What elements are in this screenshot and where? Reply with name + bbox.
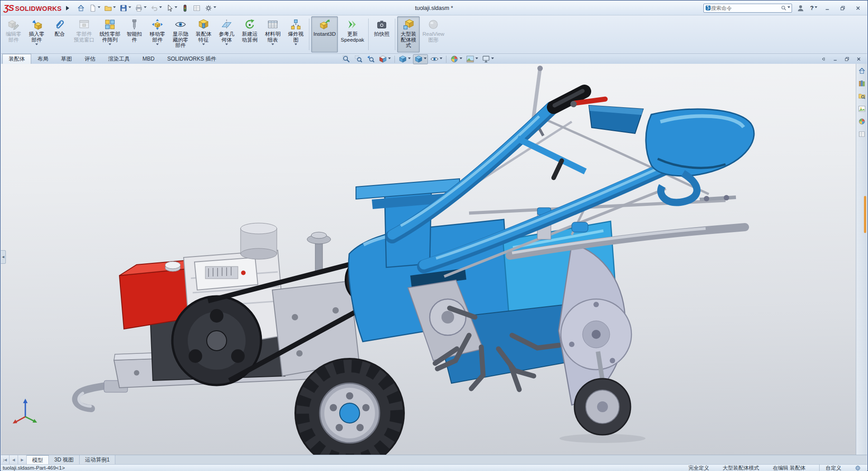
select-button[interactable] [164,2,179,14]
dropdown-arrow-icon [98,6,100,10]
solidworks-logo[interactable]: ƷS SOLIDWORKS [4,3,62,13]
ribbon-button-component-preview[interactable]: 零部件 预览窗口 [71,16,97,52]
ribbon-button-label: Instant3D [313,31,336,37]
ribbon-button-move-component[interactable]: 移动零 部件 [146,16,169,52]
ribbon-button-edit-component[interactable]: 编辑零 部件 [2,16,25,52]
ribbon-button-show-hidden-components[interactable]: 显示隐 藏的零 部件 [169,16,192,52]
save-button[interactable] [118,2,133,14]
edit-appearance-button[interactable] [449,54,464,64]
ribbon-button-assembly-features[interactable]: 装配体 特征 [192,16,215,52]
taskpane-file-explorer-button[interactable] [857,91,867,101]
ribbon-separator [368,19,369,50]
ribbon-button-insert-component[interactable]: 插入零 部件 [25,16,48,52]
ribbon-button-bill-of-materials[interactable]: 材料明 细表 [261,16,284,52]
doc-collapse-button[interactable] [818,55,828,63]
section-view-button[interactable] [377,54,392,64]
solidworks-window: ƷS SOLIDWORKS tuolaji.sldasm * ? [0,0,868,471]
apply-scene-button[interactable] [465,54,479,64]
ribbon-button-label: 配合 [55,31,65,37]
taskpane-appearances-button[interactable] [857,117,867,126]
minimize-button[interactable] [821,3,834,13]
status-globe-button[interactable] [855,465,861,471]
gear-icon [204,4,213,12]
options-button[interactable] [203,2,218,14]
ribbon-button-instant3d[interactable]: Instant3D [311,16,338,52]
help-label: ? [810,5,814,11]
doc-tab-model[interactable]: 模型 [27,455,49,464]
ribbon-button-update-speedpak[interactable]: 更新 Speedpak [338,16,366,52]
tab-sketch[interactable]: 草图 [55,54,78,64]
tab-solidworks-addins[interactable]: SOLIDWORKS 插件 [161,54,223,64]
ribbon-button-smart-fasteners[interactable]: 智能扣 件 [123,16,146,52]
home-button[interactable] [75,2,87,14]
restore-button[interactable] [836,3,849,13]
tractor-drive-wheel[interactable] [295,359,404,455]
person-icon [797,4,805,12]
zoom-to-fit-button[interactable] [341,54,352,64]
login-button[interactable] [795,2,806,14]
previous-view-button[interactable] [365,54,376,64]
print-button[interactable] [133,2,148,14]
new-document-button[interactable] [87,2,102,14]
reference-geometry-plane-icon [221,19,232,30]
tab-nav-first-button[interactable]: |◀ [1,455,9,464]
model-viewport[interactable] [1,64,857,455]
document-tab-bar: |◀ ◀ ▶ 模型 3D 视图 运动算例1 [1,455,867,464]
ribbon-button-large-assembly-mode[interactable]: 大型装 配体模 式 [397,16,420,52]
taskpane-custom-properties-button[interactable] [857,129,867,139]
taskpane-scroll-thumb[interactable] [864,196,866,233]
dropdown-arrow-icon [294,43,297,47]
display-style-button[interactable] [413,54,428,64]
taskpane-resources-button[interactable] [857,66,867,76]
doc-close-button[interactable] [854,55,863,63]
doc-tab-motion-study-1[interactable]: 运动算例1 [80,455,116,464]
doc-restore-button[interactable] [842,55,852,63]
tab-nav-next-button[interactable]: ▶ [18,455,27,464]
motion-study-icon [244,19,256,30]
dropdown-arrow-icon [271,43,274,47]
view-orientation-button[interactable] [397,54,412,64]
large-assembly-icon [403,19,414,30]
tab-assembly[interactable]: 装配体 [2,54,31,64]
taskpane-view-palette-button[interactable] [857,104,867,114]
linear-pattern-icon [104,19,116,30]
doc-tab-3d-views[interactable]: 3D 视图 [49,455,80,464]
undo-button[interactable] [148,2,164,14]
open-button[interactable] [102,2,118,14]
command-search[interactable] [703,4,792,13]
file-properties-button[interactable] [191,2,203,14]
zoom-to-area-button[interactable] [353,54,364,64]
tab-label: 评估 [85,56,95,62]
tab-nav-prev-button[interactable]: ◀ [9,455,18,464]
home-icon [77,4,85,12]
ribbon-button-realview-graphics[interactable]: RealView 图形 [420,16,446,52]
ribbon-button-exploded-view[interactable]: 爆炸视 图 [285,16,307,52]
graphics-area[interactable]: ◀ [1,64,857,455]
tab-evaluate[interactable]: 评估 [78,54,102,64]
status-custom-unit[interactable]: 自定义 [819,465,842,471]
tab-render-tools[interactable]: 渲染工具 [102,54,136,64]
ribbon-button-take-snapshot[interactable]: 拍快照 [370,16,393,52]
ribbon-button-new-motion-study[interactable]: 新建运 动算例 [238,16,261,52]
tab-bar-filler [115,455,867,464]
ribbon-button-mate[interactable]: 配合 [48,16,71,52]
search-input[interactable] [711,5,781,11]
tractor-seat-fender[interactable] [646,109,754,202]
help-button[interactable]: ? [809,5,818,11]
tab-mbd[interactable]: MBD [136,54,161,64]
tab-layout[interactable]: 布局 [31,54,55,64]
hide-show-items-button[interactable] [429,54,444,64]
taskpane-design-library-button[interactable] [857,79,867,88]
ribbon-button-reference-geometry[interactable]: 参考几 何体 [215,16,238,52]
undo-icon [150,4,158,12]
menu-expand-arrow-icon[interactable] [66,6,71,10]
view-settings-button[interactable] [480,54,495,64]
exploded-view-icon [290,19,302,30]
rebuild-button[interactable] [179,2,191,14]
feature-tree-flyout-tab[interactable]: ◀ [1,250,6,264]
dropdown-arrow-icon [35,43,38,47]
close-button[interactable] [852,3,864,13]
document-window-controls [818,54,867,64]
doc-minimize-button[interactable] [830,55,840,63]
ribbon-button-linear-pattern[interactable]: 线性零部 件阵列 [97,16,123,52]
